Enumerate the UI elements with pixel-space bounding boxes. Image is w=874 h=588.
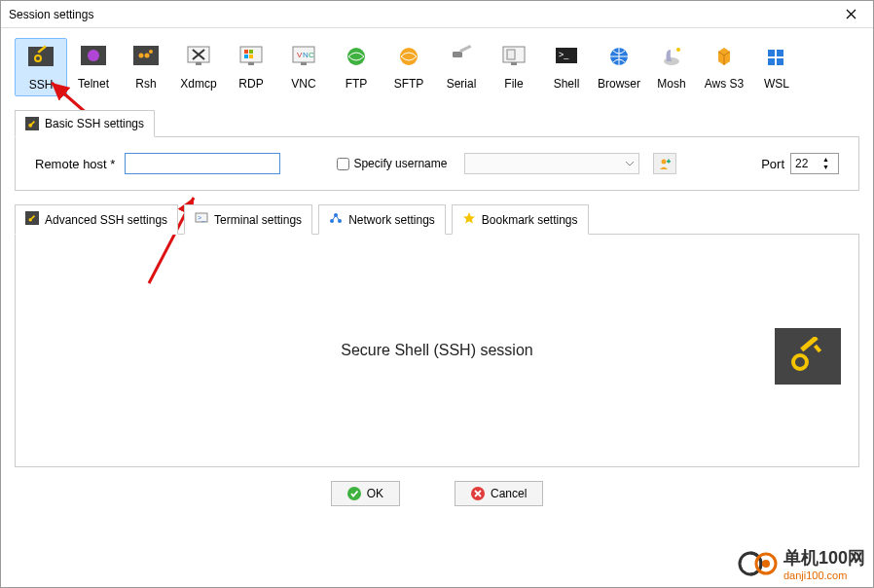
protocol-rdp[interactable]: RDP [225,38,277,96]
mosh-icon [655,42,688,71]
titlebar: Session settings [1,1,873,28]
protocol-xdmcp-label: Xdmcp [180,77,216,91]
svg-point-41 [662,160,667,165]
protocol-shell[interactable]: >_Shell [540,38,593,96]
awss3-icon [708,42,741,71]
remote-host-label: Remote host * [35,157,115,171]
cancel-button-label: Cancel [491,487,527,500]
protocol-ftp-label: FTP [346,77,368,91]
protocol-browser[interactable]: Browser [593,38,645,96]
tab-basic-ssh[interactable]: Basic SSH settings [15,110,155,137]
svg-point-4 [88,50,99,61]
svg-rect-12 [244,50,248,54]
svg-rect-34 [768,50,775,56]
wsl-icon [760,42,793,71]
svg-rect-15 [249,55,253,58]
cancel-button[interactable]: Cancel [455,481,543,506]
protocol-ssh[interactable]: SSH [15,38,67,96]
svg-rect-13 [249,50,253,54]
remote-host-input[interactable] [125,153,280,174]
protocol-file[interactable]: File [488,38,540,96]
specify-username-checkbox[interactable] [337,158,349,170]
key-icon [25,211,39,228]
protocol-mosh-label: Mosh [657,77,685,91]
protocol-awss3-label: Aws S3 [705,77,744,91]
svg-point-52 [793,355,807,369]
svg-rect-25 [459,45,471,53]
tab-bookmark-label: Bookmark settings [482,213,578,227]
svg-point-22 [347,48,365,65]
protocol-ftp[interactable]: FTP [330,38,382,96]
specify-username-label: Specify username [353,157,447,170]
watermark-text: 单机100网 [783,548,865,568]
port-down-icon[interactable]: ▼ [822,164,829,171]
svg-rect-36 [768,58,775,65]
protocol-file-label: File [504,77,523,91]
svg-point-33 [676,48,680,52]
protocol-sftp-label: SFTP [394,77,424,91]
chevron-down-icon [625,161,635,166]
protocol-serial[interactable]: Serial [435,38,488,96]
watermark-url: danji100.com [783,570,865,581]
svg-text:>_: >_ [559,50,569,59]
basic-ssh-panel: Remote host * Specify username Port ▲ ▼ [15,136,859,191]
person-icon [658,157,672,170]
protocol-shell-label: Shell [554,77,580,91]
port-up-icon[interactable]: ▲ [822,156,829,164]
protocol-rsh[interactable]: Rsh [120,38,172,96]
telnet-icon [77,42,110,71]
cancel-icon [471,487,485,500]
tab-terminal[interactable]: >_Terminal settings [184,204,312,235]
terminal-icon: >_ [195,211,208,228]
protocol-telnet[interactable]: Telnet [67,38,120,96]
svg-rect-10 [196,62,201,65]
ok-button-label: OK [367,487,383,500]
svg-rect-16 [248,62,254,65]
protocol-telnet-label: Telnet [78,77,109,91]
port-input[interactable] [791,157,822,170]
dialog-buttons: OK Cancel [1,481,873,506]
close-button[interactable] [836,1,865,28]
svg-point-23 [400,48,418,65]
svg-point-8 [149,50,153,54]
svg-rect-43 [669,160,671,164]
tab-bookmark[interactable]: Bookmark settings [452,204,589,235]
svg-text:C: C [309,51,314,59]
tab-adv-ssh-label: Advanced SSH settings [45,213,167,227]
svg-rect-21 [301,62,307,65]
advanced-tabstrip: Advanced SSH settings>_Terminal settings… [15,204,859,235]
protocol-awss3[interactable]: Aws S3 [698,38,750,96]
protocol-vnc[interactable]: VNCVNC [277,38,330,96]
session-type-heading: Secure Shell (SSH) session [341,342,532,359]
network-icon [329,211,343,228]
svg-point-6 [139,54,144,58]
svg-rect-37 [777,58,783,65]
port-label: Port [761,157,784,171]
watermark: 单机100网 danji100.com [737,546,865,581]
tab-network-label: Network settings [348,213,435,227]
protocol-wsl[interactable]: WSL [750,38,803,96]
tab-terminal-label: Terminal settings [214,213,302,227]
protocol-mosh[interactable]: Mosh [645,38,698,96]
svg-rect-14 [244,55,248,58]
xdmcp-icon [182,42,215,71]
ok-button[interactable]: OK [331,481,400,506]
manage-users-button[interactable] [653,153,676,174]
svg-rect-35 [777,50,783,56]
svg-point-59 [762,560,770,568]
protocol-xdmcp[interactable]: Xdmcp [172,38,225,96]
port-spinner[interactable]: ▲ ▼ [790,153,839,174]
serial-icon [445,42,478,71]
tab-network[interactable]: Network settings [318,204,446,235]
key-icon [25,117,39,130]
username-combo[interactable] [464,153,639,174]
protocol-rdp-label: RDP [238,77,263,91]
star-icon [462,211,476,228]
rsh-icon [129,42,163,71]
key-large-icon [786,337,829,376]
protocol-sftp[interactable]: SFTP [382,38,435,96]
tab-adv-ssh[interactable]: Advanced SSH settings [15,204,178,235]
svg-rect-28 [511,62,517,65]
protocol-vnc-label: VNC [291,77,315,91]
ssh-icon [24,43,57,72]
